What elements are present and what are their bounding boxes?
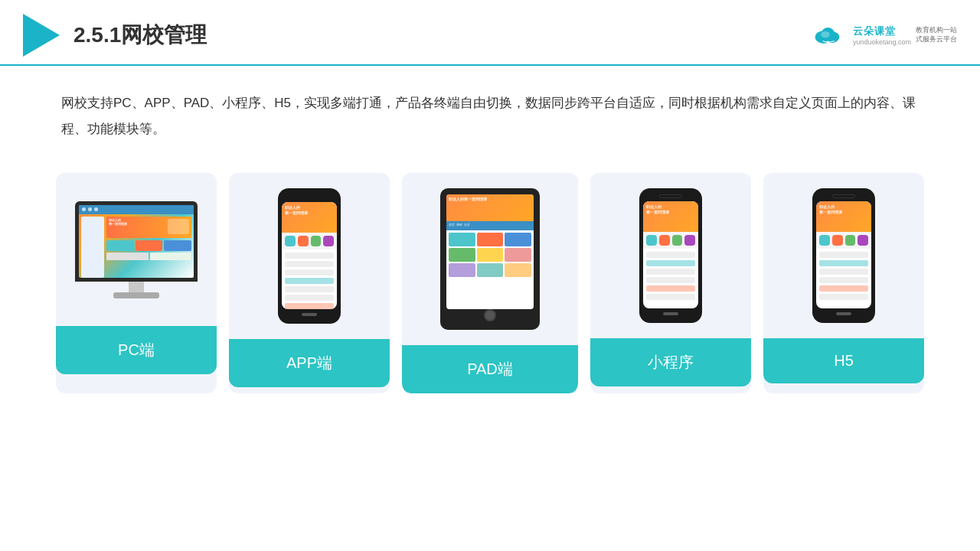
nav-item-2: 课程 [456, 223, 462, 229]
phone-home [302, 313, 317, 316]
app-label: APP端 [229, 339, 390, 387]
screen-main: 职达人的第一堂同理课 [106, 217, 191, 278]
miniapp-notch [659, 194, 682, 198]
screen-dot-1 [82, 207, 86, 211]
header-left: 2.5.1网校管理 [23, 14, 207, 57]
t-card-1 [449, 233, 475, 246]
t-card-9 [505, 263, 531, 277]
miniapp-phone: 职达人的第一堂同理课 [636, 188, 705, 323]
header: 2.5.1网校管理 云朵课堂 yunduoketang.com 教育机构一站 式… [0, 0, 980, 66]
phone-body: 职达人的第一堂同理课 [278, 188, 341, 324]
mini-row-5 [646, 285, 695, 292]
app-phone: 职达人的第一堂同理课 [275, 188, 344, 324]
mini-card-1 [106, 240, 134, 251]
row-item-1 [106, 253, 149, 260]
tablet-screen: 职达人的第一堂同理课 首页 课程 社区 [446, 194, 534, 309]
pc-monitor: 职达人的第一堂同理课 [75, 201, 198, 298]
brand-tagline-line2: 式服务云平台 [916, 35, 957, 44]
tablet-home [484, 309, 496, 321]
h5-icon-1 [819, 235, 830, 246]
miniapp-card: 职达人的第一堂同理课 [590, 173, 751, 393]
pad-label: PAD端 [402, 345, 578, 393]
phone-top: 职达人的第一堂同理课 [282, 202, 337, 233]
screen-dot-3 [94, 207, 98, 211]
h5-icon-3 [845, 235, 856, 246]
h5-content [816, 249, 871, 305]
h5-row-5 [819, 285, 868, 292]
brand-tagline-line1: 教育机构一站 [916, 26, 957, 35]
miniapp-top-text: 职达人的第一堂同理课 [643, 201, 698, 218]
mini-row-3 [646, 269, 695, 275]
h5-row-1 [819, 252, 868, 258]
h5-image-area: 职达人的第一堂同理课 [763, 173, 924, 338]
phone-icons [282, 233, 337, 249]
h5-card: 职达人的第一堂同理课 [763, 173, 924, 393]
tablet-top: 职达人的第一堂同理课 [446, 194, 534, 221]
h5-phone: 职达人的第一堂同理课 [809, 188, 878, 323]
miniapp-home [663, 312, 678, 315]
h5-icon-4 [858, 235, 868, 246]
brand-name: 云朵课堂 [853, 24, 911, 38]
h5-phone-body: 职达人的第一堂同理课 [812, 188, 875, 323]
brand-icon-group: 云朵课堂 yunduoketang.com 教育机构一站 式服务云平台 [810, 23, 957, 47]
h5-top-text: 职达人的第一堂同理课 [816, 201, 871, 218]
pc-image-area: 职达人的第一堂同理课 [56, 173, 217, 326]
phone-row-1 [285, 253, 334, 259]
description-text: 网校支持PC、APP、PAD、小程序、H5，实现多端打通，产品各终端自由切换，数… [0, 66, 980, 158]
phone-screen: 职达人的第一堂同理课 [282, 202, 337, 309]
miniapp-screen: 职达人的第一堂同理课 [643, 201, 698, 308]
nav-item-3: 社区 [464, 223, 470, 229]
h5-row-3 [819, 269, 868, 275]
svg-point-4 [827, 41, 829, 44]
h5-row-4 [819, 277, 868, 283]
monitor-base [113, 292, 159, 298]
mini-card-2 [136, 240, 163, 251]
t-card-4 [449, 248, 475, 262]
mini-icon-1 [646, 235, 657, 246]
app-icon-4 [323, 236, 334, 246]
h5-home [836, 312, 851, 315]
monitor-screen: 职达人的第一堂同理课 [79, 205, 194, 278]
app-icon-1 [285, 236, 296, 246]
phone-content [282, 249, 337, 309]
miniapp-phone-body: 职达人的第一堂同理课 [639, 188, 702, 323]
nav-item-1: 首页 [449, 223, 455, 229]
brand-logo: 云朵课堂 yunduoketang.com 教育机构一站 式服务云平台 [810, 23, 957, 47]
app-image-area: 职达人的第一堂同理课 [229, 173, 390, 339]
mini-row-2 [646, 260, 695, 266]
h5-row-2 [819, 260, 868, 266]
t-card-6 [505, 248, 531, 262]
t-card-3 [505, 233, 531, 246]
banner-img [168, 219, 189, 234]
mini-row-4 [646, 277, 695, 283]
mini-row-6 [646, 294, 695, 300]
monitor-neck [129, 282, 144, 292]
phone-row-5 [285, 286, 334, 292]
t-card-7 [449, 263, 475, 277]
phone-row-4 [285, 278, 334, 284]
brand-text: 云朵课堂 yunduoketang.com [853, 24, 911, 46]
description-paragraph: 网校支持PC、APP、PAD、小程序、H5，实现多端打通，产品各终端自由切换，数… [61, 90, 919, 142]
miniapp-icons [643, 232, 698, 249]
banner-text: 职达人的第一堂同理课 [109, 218, 127, 226]
pad-card: 职达人的第一堂同理课 首页 课程 社区 [402, 173, 578, 393]
page-title: 2.5.1网校管理 [74, 21, 207, 50]
app-icon-2 [298, 236, 309, 246]
screen-banner: 职达人的第一堂同理课 [106, 217, 191, 238]
cloud-logo-svg [810, 23, 848, 47]
screen-sidebar [81, 217, 104, 278]
h5-icon-2 [832, 235, 843, 246]
monitor-bezel: 职达人的第一堂同理课 [75, 201, 198, 282]
miniapp-label: 小程序 [590, 338, 751, 386]
tablet-grid [446, 230, 534, 279]
brand-sub: 教育机构一站 式服务云平台 [916, 26, 957, 44]
pc-card: 职达人的第一堂同理课 [56, 173, 217, 393]
brand-url: yunduoketang.com [853, 38, 911, 46]
mini-card-3 [164, 240, 191, 251]
app-card: 职达人的第一堂同理课 [229, 173, 390, 393]
screen-dot-2 [88, 207, 92, 211]
miniapp-image-area: 职达人的第一堂同理课 [590, 173, 751, 338]
h5-label: H5 [763, 338, 924, 383]
pad-image-area: 职达人的第一堂同理课 首页 课程 社区 [402, 173, 578, 345]
screen-mini-cards [106, 240, 191, 251]
